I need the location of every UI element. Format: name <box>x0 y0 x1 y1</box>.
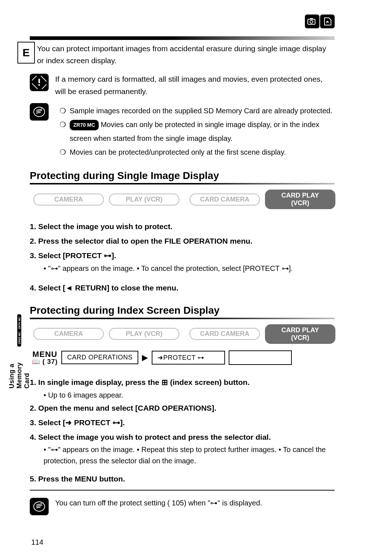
sec2-step1: 1. In single image display, press the ⊞ … <box>30 375 335 390</box>
mode-card-play-vcr: CARD PLAY (VCR) <box>265 190 335 209</box>
note-2: ZR70 MC Movies can only be protected in … <box>70 118 335 145</box>
sec2-step3: 3. Select [➜ PROTECT ⊶]. <box>30 415 335 430</box>
sec2-step1-sub: • Up to 6 images appear. <box>44 390 335 401</box>
mode-camera: CAMERA <box>33 194 104 206</box>
warning-row: If a memory card is formatted, all still… <box>30 73 335 97</box>
path-sep-icon: ▶ <box>142 353 148 362</box>
svg-rect-2 <box>310 18 313 20</box>
section1-rule <box>30 183 335 184</box>
mode-card-camera: CARD CAMERA <box>189 194 260 206</box>
note-icon <box>30 103 49 121</box>
side-model-badges: ZR70 MC ZR65 MC <box>13 316 26 345</box>
camera-icon <box>305 15 319 28</box>
sec1-step3: 3. Select [PROTECT ⊶]. <box>30 248 335 263</box>
notes-block: Sample images recorded on the supplied S… <box>55 102 335 159</box>
path-blank <box>229 350 292 365</box>
footnote-row: You can turn off the protect setting ( 1… <box>30 497 335 515</box>
section1-mode-row: CAMERA PLAY (VCR) CARD CAMERA CARD PLAY … <box>30 190 335 209</box>
card-icon <box>320 15 335 28</box>
language-tab-label: E <box>23 46 30 59</box>
header-mode-icons <box>305 15 335 28</box>
mode-play-vcr: PLAY (VCR) <box>109 194 179 206</box>
menu-path-row: MENU 📖 ( 37) CARD OPERATIONS ▶ ➜PROTECT … <box>32 350 335 365</box>
sec2-step5: 5. Press the MENU button. <box>30 472 335 486</box>
sec1-step1: 1. Select the image you wish to protect. <box>30 219 335 234</box>
footnote-rule <box>30 490 335 491</box>
notes-row: Sample images recorded on the supplied S… <box>30 102 335 159</box>
footnote-text: You can turn off the protect setting ( 1… <box>55 497 335 509</box>
mode-card-camera-2: CARD CAMERA <box>189 328 260 340</box>
side-tab: ZR70 MC ZR65 MC Using a Memory Card <box>14 316 25 389</box>
sec2-step4: 4. Select the image you wish to protect … <box>30 430 335 444</box>
page-number: 114 <box>31 538 43 546</box>
menu-label: MENU 📖 ( 37) <box>32 350 58 365</box>
mode-play-vcr-2: PLAY (VCR) <box>109 328 179 340</box>
path-card-operations: CARD OPERATIONS <box>61 351 138 364</box>
svg-rect-5 <box>38 84 40 86</box>
sec1-step3-sub: • "⊶" appears on the image. • To cancel … <box>44 263 335 274</box>
svg-point-1 <box>310 20 313 23</box>
svg-point-7 <box>34 502 45 511</box>
section1-heading: Protecting during Single Image Display <box>30 170 335 182</box>
language-tab: E <box>17 42 35 64</box>
mode-card-play-vcr-2: CARD PLAY (VCR) <box>265 324 335 344</box>
footnote-icon <box>30 498 49 515</box>
warning-text: If a memory card is formatted, all still… <box>55 73 335 97</box>
intro-text: You can protect important images from ac… <box>30 43 335 66</box>
section2-mode-row: CAMERA PLAY (VCR) CARD CAMERA CARD PLAY … <box>30 324 335 344</box>
sec2-step4-sub: • "⊶" appears on the image. • Repeat thi… <box>44 444 335 467</box>
model-badge: ZR70 MC <box>70 120 99 130</box>
note-1: Sample images recorded on the supplied S… <box>70 104 335 118</box>
side-tab-text: Using a Memory Card <box>8 347 31 389</box>
top-rule <box>30 36 335 40</box>
section2-heading: Protecting during Index Screen Display <box>30 305 335 316</box>
sec1-step2: 2. Press the selector dial to open the F… <box>30 234 335 248</box>
mode-camera-2: CAMERA <box>33 328 104 340</box>
note-3: Movies can be protected/unprotected only… <box>70 145 335 159</box>
path-protect: ➜PROTECT ⊶ <box>152 351 225 365</box>
sec1-step4: 4. Select [◄ RETURN] to close the menu. <box>30 281 335 295</box>
svg-point-6 <box>34 107 45 117</box>
svg-rect-4 <box>38 79 40 83</box>
page-content: E You can protect important images from … <box>30 15 335 515</box>
warning-icon <box>30 74 49 91</box>
menu-label-text: MENU <box>32 350 57 359</box>
section2-steps: 1. In single image display, press the ⊞ … <box>30 375 335 486</box>
section2-rule <box>30 318 335 319</box>
menu-book-ref: 📖 ( 37) <box>32 358 58 365</box>
side-model-2: ZR65 MC <box>17 329 21 347</box>
section1-steps: 1. Select the image you wish to protect.… <box>30 219 335 295</box>
sec2-step2: 2. Open the menu and select [CARD OPERAT… <box>30 401 335 415</box>
